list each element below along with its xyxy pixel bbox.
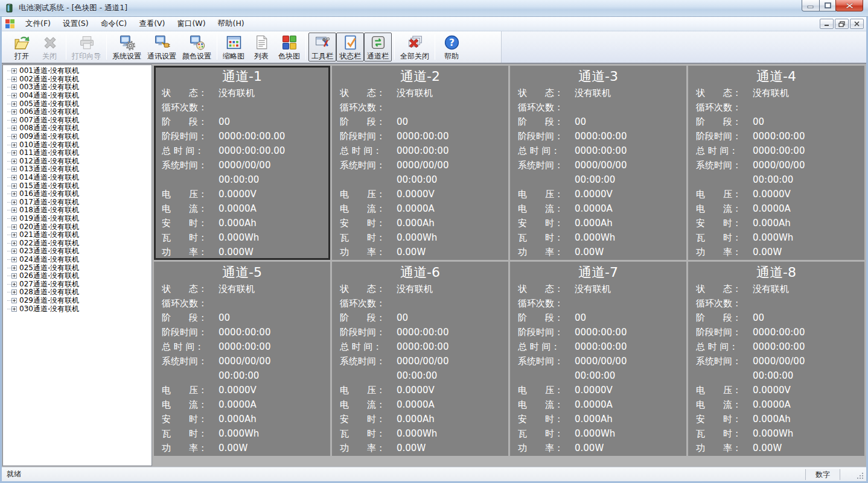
close-all-button[interactable]: 全部关闭	[397, 33, 432, 62]
maximize-button[interactable]	[819, 0, 836, 11]
tree-item-021[interactable]: 021通道-没有联机	[3, 231, 152, 239]
close-all-icon	[407, 34, 423, 51]
channel-field-row: 电 压：0.0000V	[690, 187, 863, 201]
menu-item-6[interactable]: 帮助(H)	[212, 17, 251, 31]
tree-item-008[interactable]: 008通道-没有联机	[3, 124, 152, 133]
expand-plus-icon[interactable]	[11, 232, 17, 238]
tree-item-label: 027通道-没有联机	[19, 280, 79, 288]
open-button[interactable]: 打开	[8, 33, 36, 62]
channel-field-row: 阶段时间：0000:00:00	[512, 325, 685, 339]
expand-plus-icon[interactable]	[11, 289, 17, 295]
expand-plus-icon[interactable]	[11, 84, 17, 90]
expand-plus-icon[interactable]	[11, 142, 17, 148]
tree-item-005[interactable]: 005通道-没有联机	[3, 99, 152, 108]
channel-panel-8[interactable]: 通道-8状 态：没有联机循环次数：阶 段：00阶段时间：0000:00:00总 …	[688, 262, 864, 456]
tree-item-014[interactable]: 014通道-没有联机	[3, 174, 152, 182]
expand-plus-icon[interactable]	[11, 248, 17, 254]
expand-plus-icon[interactable]	[11, 265, 17, 271]
menu-item-4[interactable]: 查看(V)	[133, 17, 171, 31]
resize-grip[interactable]	[856, 472, 864, 480]
color-settings-button[interactable]: 颜色设置	[179, 33, 214, 62]
system-settings-button[interactable]: 系统设置	[109, 33, 144, 62]
expand-plus-icon[interactable]	[11, 191, 17, 197]
expand-plus-icon[interactable]	[11, 109, 17, 115]
menu-item-2[interactable]: 设置(S)	[57, 17, 95, 31]
tree-item-013[interactable]: 013通道-没有联机	[3, 165, 152, 174]
statusbar-toggle-button[interactable]: 状态栏	[336, 33, 364, 62]
expand-plus-icon[interactable]	[11, 166, 17, 172]
expand-plus-icon[interactable]	[11, 298, 17, 303]
menu-item-3[interactable]: 命令(C)	[95, 17, 133, 31]
comm-settings-button[interactable]: 通讯设置	[144, 33, 179, 62]
expand-plus-icon[interactable]	[11, 216, 17, 221]
channel-panel-6[interactable]: 通道-6状 态：没有联机循环次数：阶 段：00阶段时间：0000:00:00总 …	[332, 262, 508, 456]
expand-plus-icon[interactable]	[11, 150, 17, 156]
tree-item-017[interactable]: 017通道-没有联机	[3, 198, 152, 207]
tree-item-019[interactable]: 019通道-没有联机	[3, 215, 152, 223]
mdi-restore-button[interactable]	[835, 19, 849, 29]
tree-item-010[interactable]: 010通道-没有联机	[3, 140, 152, 149]
channel-panel-3[interactable]: 通道-3状 态：没有联机循环次数：阶 段：00阶段时间：0000:00:00总 …	[510, 66, 686, 260]
tree-item-003[interactable]: 003通道-没有联机	[3, 83, 152, 92]
tree-item-028[interactable]: 028通道-没有联机	[3, 288, 152, 297]
expand-plus-icon[interactable]	[11, 175, 17, 180]
tree-item-018[interactable]: 018通道-没有联机	[3, 206, 152, 215]
channel-panel-1[interactable]: 通道-1状 态：没有联机循环次数：阶 段：00阶段时间：0000:00:00.0…	[154, 66, 330, 260]
tree-item-004[interactable]: 004通道-没有联机	[3, 92, 152, 100]
toolbar-toggle-button[interactable]: 工具栏	[308, 33, 336, 62]
channel-panel-7[interactable]: 通道-7状 态：没有联机循环次数：阶 段：00阶段时间：0000:00:00总 …	[510, 262, 686, 456]
tree-item-025[interactable]: 025通道-没有联机	[3, 264, 152, 272]
minimize-button[interactable]	[802, 0, 820, 11]
tree-item-023[interactable]: 023通道-没有联机	[3, 247, 152, 256]
close-button[interactable]	[835, 0, 863, 11]
list-view-button[interactable]: 列表	[247, 33, 275, 62]
mdi-minimize-button[interactable]	[820, 19, 834, 29]
tree-item-026[interactable]: 026通道-没有联机	[3, 272, 152, 280]
expand-plus-icon[interactable]	[11, 183, 17, 189]
expand-plus-icon[interactable]	[11, 200, 17, 205]
channel-panel-5[interactable]: 通道-5状 态：没有联机循环次数：阶 段：00阶段时间：0000:00:00总 …	[154, 262, 330, 456]
help-icon: ?	[444, 34, 460, 51]
expand-plus-icon[interactable]	[11, 77, 17, 82]
tree-item-015[interactable]: 015通道-没有联机	[3, 182, 152, 190]
channel-panel-4[interactable]: 通道-4状 态：没有联机循环次数：阶 段：00阶段时间：0000:00:00总 …	[688, 66, 864, 260]
channelbar-toggle-button[interactable]: 通道栏	[364, 33, 392, 62]
expand-plus-icon[interactable]	[11, 118, 17, 123]
menu-item-1[interactable]: 文件(F)	[19, 17, 57, 31]
tree-item-002[interactable]: 002通道-没有联机	[3, 75, 152, 84]
tree-item-006[interactable]: 006通道-没有联机	[3, 108, 152, 116]
tree-item-011[interactable]: 011通道-没有联机	[3, 149, 152, 157]
expand-plus-icon[interactable]	[11, 306, 17, 312]
tree-item-012[interactable]: 012通道-没有联机	[3, 157, 152, 166]
expand-plus-icon[interactable]	[11, 273, 17, 279]
tree-item-001[interactable]: 001通道-没有联机	[3, 67, 152, 75]
thumbnail-view-button[interactable]: 缩略图	[220, 33, 247, 62]
colorblock-view-button[interactable]: 色块图	[275, 33, 303, 62]
expand-plus-icon[interactable]	[11, 224, 17, 230]
expand-plus-icon[interactable]	[11, 68, 17, 74]
expand-plus-icon[interactable]	[11, 241, 17, 246]
tree-item-024[interactable]: 024通道-没有联机	[3, 256, 152, 264]
tree-item-030[interactable]: 030通道-没有联机	[3, 305, 152, 313]
mdi-close-button[interactable]	[850, 19, 864, 29]
expand-plus-icon[interactable]	[11, 282, 17, 287]
tree-item-029[interactable]: 029通道-没有联机	[3, 297, 152, 305]
tree-item-007[interactable]: 007通道-没有联机	[3, 116, 152, 125]
tree-item-020[interactable]: 020通道-没有联机	[3, 223, 152, 231]
expand-plus-icon[interactable]	[11, 134, 17, 139]
expand-plus-icon[interactable]	[11, 125, 17, 131]
expand-plus-icon[interactable]	[11, 257, 17, 262]
expand-plus-icon[interactable]	[11, 93, 17, 98]
expand-plus-icon[interactable]	[11, 159, 17, 164]
tree-item-022[interactable]: 022通道-没有联机	[3, 239, 152, 247]
tree-item-016[interactable]: 016通道-没有联机	[3, 190, 152, 198]
field-value: 0.00W	[753, 443, 782, 453]
channel-panel-2[interactable]: 通道-2状 态：没有联机循环次数：阶 段：00阶段时间：0000:00:00总 …	[332, 66, 508, 260]
expand-plus-icon[interactable]	[11, 207, 17, 213]
tree-item-009[interactable]: 009通道-没有联机	[3, 133, 152, 141]
tree-item-027[interactable]: 027通道-没有联机	[3, 280, 152, 288]
menu-item-5[interactable]: 窗口(W)	[171, 17, 211, 31]
help-button[interactable]: ?帮助	[438, 33, 465, 62]
field-value: 0.0000V	[575, 189, 613, 200]
expand-plus-icon[interactable]	[11, 101, 17, 107]
